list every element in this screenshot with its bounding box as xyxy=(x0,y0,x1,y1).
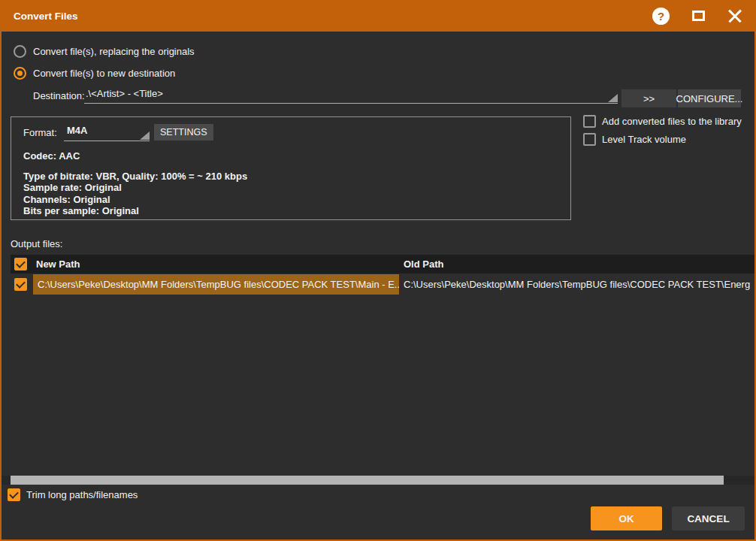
add-to-library-label: Add converted files to the library xyxy=(602,115,742,128)
old-path-cell[interactable]: C:\Users\Peke\Desktop\MM Folders\TempBUG… xyxy=(404,274,754,295)
format-value: M4A xyxy=(64,122,150,139)
destination-value: .\<Artist> - <Title> xyxy=(84,86,618,102)
output-table-header: New Path Old Path xyxy=(11,255,754,274)
column-header-old-path[interactable]: Old Path xyxy=(404,258,443,270)
format-details-text: Type of bitrate: VBR, Quality: 100% = ~ … xyxy=(23,171,247,216)
option-new-destination[interactable]: Convert file(s) to new destination xyxy=(14,67,175,80)
add-to-library-option[interactable]: Add converted files to the library xyxy=(583,115,742,128)
help-icon[interactable]: ? xyxy=(652,8,670,25)
new-path-cell[interactable]: C:\Users\Peke\Desktop\MM Folders\TempBUG… xyxy=(33,274,399,295)
trim-paths-label: Trim long paths/filenames xyxy=(26,488,138,501)
configure-button[interactable]: CONFIGURE... xyxy=(678,89,741,107)
radio-replace-originals-label: Convert file(s), replacing the originals xyxy=(33,45,195,58)
column-header-new-path[interactable]: New Path xyxy=(36,258,80,270)
format-select[interactable]: M4A xyxy=(64,122,150,141)
option-replace-originals[interactable]: Convert file(s), replacing the originals xyxy=(14,45,195,58)
ok-button[interactable]: OK xyxy=(591,506,662,530)
destination-label: Destination: xyxy=(33,89,85,102)
format-label: Format: xyxy=(23,126,57,139)
dialog-title: Convert Files xyxy=(14,11,78,22)
output-files-label: Output files: xyxy=(11,237,62,250)
add-to-library-checkbox[interactable] xyxy=(583,115,596,128)
maximize-glyph xyxy=(692,11,705,21)
old-path-text: C:\Users\Peke\Desktop\MM Folders\TempBUG… xyxy=(404,279,750,290)
level-track-volume-label: Level Track volume xyxy=(602,133,686,146)
cancel-button[interactable]: CANCEL xyxy=(672,506,745,530)
level-track-volume-checkbox[interactable] xyxy=(583,133,596,146)
new-path-text: C:\Users\Peke\Desktop\MM Folders\TempBUG… xyxy=(33,279,399,290)
destination-input[interactable]: .\<Artist> - <Title> xyxy=(84,86,618,104)
level-track-volume-option[interactable]: Level Track volume xyxy=(583,133,686,146)
radio-new-destination[interactable] xyxy=(14,67,26,80)
maximize-icon[interactable] xyxy=(692,11,727,21)
title-bar: Convert Files ? xyxy=(0,0,756,32)
horizontal-scrollbar[interactable] xyxy=(2,476,754,485)
codec-text: Codec: AAC xyxy=(23,150,80,162)
close-icon[interactable] xyxy=(727,8,742,23)
browse-button[interactable]: >> xyxy=(621,89,676,107)
convert-files-dialog: Convert Files ? Convert file(s), replaci… xyxy=(0,0,756,541)
select-all-checkbox[interactable] xyxy=(14,258,27,270)
trim-paths-option[interactable]: Trim long paths/filenames xyxy=(8,488,138,501)
window-border-left xyxy=(0,0,2,541)
radio-replace-originals[interactable] xyxy=(14,45,26,58)
table-row[interactable]: C:\Users\Peke\Desktop\MM Folders\TempBUG… xyxy=(11,274,754,295)
settings-button[interactable]: SETTINGS xyxy=(154,124,213,141)
row-checkbox[interactable] xyxy=(14,278,27,291)
trim-paths-checkbox[interactable] xyxy=(8,488,20,501)
scrollbar-thumb[interactable] xyxy=(11,476,724,485)
format-panel: Format: M4A SETTINGS Codec: AAC Type of … xyxy=(11,116,571,220)
radio-new-destination-label: Convert file(s) to new destination xyxy=(33,67,175,80)
